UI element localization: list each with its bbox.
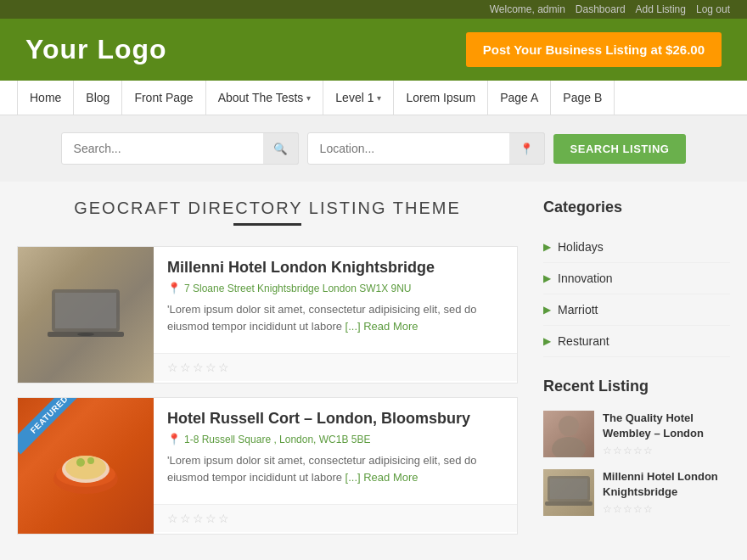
nav-item[interactable]: Front Page: [122, 81, 205, 115]
listing-info: Hotel Russell Cort – London, Bloomsbury …: [154, 398, 517, 504]
read-more-link[interactable]: [...] Read More: [345, 471, 418, 484]
listing-address: 📍 1-8 Russell Square , London, WC1B 5BE: [167, 433, 503, 445]
logo: Your Logo: [25, 34, 167, 65]
add-listing-link[interactable]: Add Listing: [636, 3, 686, 15]
listing-title[interactable]: Millenni Hotel London Knightsbridge: [167, 259, 503, 277]
logout-link[interactable]: Log out: [696, 3, 730, 15]
category-item[interactable]: ▶ Resturant: [543, 326, 730, 357]
title-underline: [233, 223, 301, 226]
recent-item: Millenni Hotel London Knightsbridge ☆☆☆☆…: [543, 469, 730, 516]
recent-star-rating: ☆☆☆☆☆: [603, 445, 730, 456]
cat-arrow-icon: ▶: [543, 304, 551, 316]
nav-item[interactable]: Blog: [74, 81, 122, 115]
listing-img-placeholder: [18, 247, 154, 383]
location-icon-button[interactable]: 📍: [509, 132, 545, 165]
nav-item[interactable]: Level 1▾: [323, 81, 394, 115]
star-rating: ☆☆☆☆☆: [167, 361, 231, 374]
svg-point-8: [76, 458, 85, 467]
recent-listing-section: Recent Listing The Quality Hotel Wembley…: [543, 378, 730, 516]
search-listing-button[interactable]: SEARCH LISTING: [553, 134, 687, 164]
svg-rect-14: [545, 501, 593, 506]
categories-title: Categories: [543, 199, 730, 221]
listing-card: FEATURED Hotel Russell Cort – London, Bl…: [17, 397, 518, 535]
svg-point-7: [65, 456, 106, 479]
category-label: Marriott: [558, 303, 598, 316]
top-bar: Welcome, admin Dashboard Add Listing Log…: [0, 0, 747, 19]
location-pin-icon: 📍: [167, 282, 181, 294]
read-more-link[interactable]: [...] Read More: [345, 320, 418, 333]
cat-arrow-icon: ▶: [543, 241, 551, 253]
categories-section: Categories ▶ Holidays ▶ Innovation ▶ Mar…: [543, 199, 730, 357]
content-area: GEOCRAFT DIRECTORY LISTING THEME Millenn…: [17, 199, 518, 548]
category-label: Holidays: [558, 240, 604, 254]
search-icon: 🔍: [273, 143, 288, 155]
address-text: 1-8 Russell Square , London, WC1B 5BE: [184, 434, 370, 445]
nav-item[interactable]: Lorem Ipsum: [394, 81, 488, 115]
category-item[interactable]: ▶ Holidays: [543, 232, 730, 263]
address-text: 7 Sloane Street Knightsbridge London SW1…: [184, 283, 412, 294]
recent-info: The Quality Hotel Wembley – London ☆☆☆☆☆: [603, 411, 730, 456]
listing-image: [18, 247, 154, 383]
nav-item[interactable]: About The Tests▾: [206, 81, 324, 115]
svg-rect-1: [55, 293, 116, 328]
header: Your Logo Post Your Business Listing at …: [0, 19, 747, 81]
recent-title[interactable]: Millenni Hotel London Knightsbridge: [603, 469, 730, 500]
listing-card: Millenni Hotel London Knightsbridge 📍 7 …: [17, 246, 518, 384]
recent-info: Millenni Hotel London Knightsbridge ☆☆☆☆…: [603, 469, 730, 515]
search-icon-button[interactable]: 🔍: [263, 132, 299, 165]
cat-arrow-icon: ▶: [543, 335, 551, 347]
svg-point-10: [559, 416, 579, 436]
category-label: Resturant: [558, 334, 609, 348]
listing-bottom: ☆☆☆☆☆: [154, 504, 517, 532]
nav-item[interactable]: Home: [17, 81, 74, 115]
search-input-wrap: 🔍: [61, 132, 299, 165]
category-item[interactable]: ▶ Marriott: [543, 294, 730, 326]
nav-item[interactable]: Page B: [551, 81, 615, 115]
search-section: 🔍 📍 SEARCH LISTING: [0, 115, 747, 182]
listing-address: 📍 7 Sloane Street Knightsbridge London S…: [167, 282, 503, 294]
star-rating: ☆☆☆☆☆: [167, 512, 231, 525]
category-item[interactable]: ▶ Innovation: [543, 263, 730, 294]
listing-info: Millenni Hotel London Knightsbridge 📍 7 …: [154, 247, 517, 353]
post-listing-button[interactable]: Post Your Business Listing at $26.00: [466, 32, 722, 67]
location-input-wrap: 📍: [307, 132, 545, 165]
welcome-text: Welcome, admin: [490, 3, 565, 15]
recent-listing-title: Recent Listing: [543, 378, 730, 400]
cat-arrow-icon: ▶: [543, 272, 551, 284]
sidebar: Categories ▶ Holidays ▶ Innovation ▶ Mar…: [543, 199, 730, 548]
page-title: GEOCRAFT DIRECTORY LISTING THEME: [17, 199, 518, 218]
listing-description: 'Lorem ipsum dolor sit amet, consectetur…: [167, 452, 503, 485]
listing-content: Hotel Russell Cort – London, Bloomsbury …: [154, 398, 517, 534]
dashboard-link[interactable]: Dashboard: [576, 3, 626, 15]
recent-star-rating: ☆☆☆☆☆: [603, 503, 730, 515]
recent-thumb: [543, 411, 594, 457]
svg-point-3: [77, 333, 94, 336]
listing-content: Millenni Hotel London Knightsbridge 📍 7 …: [154, 247, 517, 383]
svg-point-11: [552, 437, 586, 457]
chevron-down-icon: ▾: [306, 93, 311, 103]
main-container: GEOCRAFT DIRECTORY LISTING THEME Millenn…: [0, 182, 747, 560]
svg-point-9: [87, 457, 94, 464]
location-icon: 📍: [520, 143, 534, 155]
chevron-down-icon: ▾: [377, 93, 381, 103]
listing-description: 'Lorem ipsum dolor sit amet, consectetur…: [167, 301, 503, 334]
category-label: Innovation: [558, 272, 613, 285]
recent-thumb: [543, 469, 594, 516]
svg-rect-13: [550, 479, 587, 499]
recent-title[interactable]: The Quality Hotel Wembley – London: [603, 411, 730, 441]
listing-image: FEATURED: [18, 398, 154, 534]
main-nav: HomeBlogFront PageAbout The Tests▾Level …: [0, 81, 747, 115]
location-pin-icon: 📍: [167, 433, 181, 445]
listing-title[interactable]: Hotel Russell Cort – London, Bloomsbury: [167, 410, 503, 428]
recent-item: The Quality Hotel Wembley – London ☆☆☆☆☆: [543, 411, 730, 457]
listing-bottom: ☆☆☆☆☆: [154, 353, 517, 381]
nav-item[interactable]: Page A: [488, 81, 551, 115]
categories-list: ▶ Holidays ▶ Innovation ▶ Marriott ▶ Res…: [543, 232, 730, 357]
